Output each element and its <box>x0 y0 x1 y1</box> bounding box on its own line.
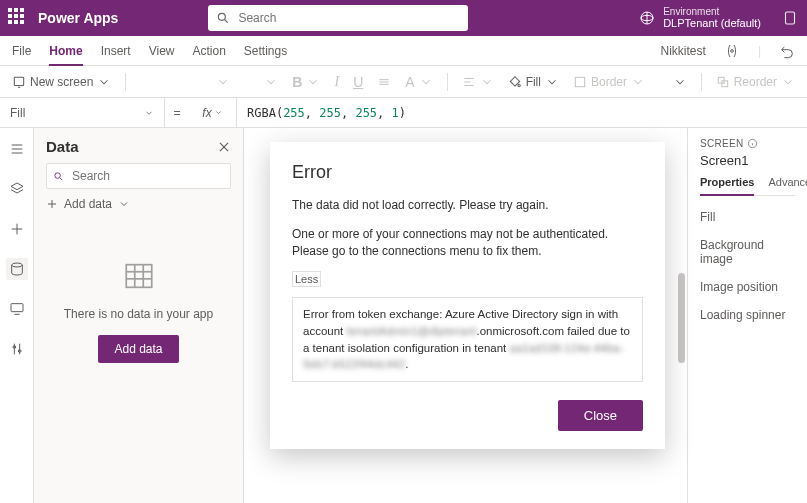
equals-sign: = <box>165 106 189 120</box>
ribbon: New screen B I U A Fill Border Reorder <box>0 66 807 98</box>
data-panel: Data Add data There is no data in your a… <box>34 128 244 503</box>
fill-icon <box>508 75 522 89</box>
prop-fill[interactable]: Fill <box>700 210 795 224</box>
dialog-message-1: The data did not load correctly. Please … <box>292 197 643 214</box>
menu-action[interactable]: Action <box>193 44 226 58</box>
new-screen-icon <box>12 75 26 89</box>
add-button[interactable] <box>6 218 28 240</box>
close-icon[interactable] <box>217 140 231 154</box>
screen-label: SCREEN <box>700 138 795 149</box>
reorder-button: Reorder <box>716 75 795 89</box>
italic-button: I <box>334 74 339 90</box>
svg-line-34 <box>60 177 62 179</box>
prop-image-pos[interactable]: Image position <box>700 280 795 294</box>
environment-icon <box>639 10 655 26</box>
svg-rect-17 <box>718 77 724 83</box>
menu-view[interactable]: View <box>149 44 175 58</box>
select-button[interactable] <box>673 75 687 89</box>
svg-rect-37 <box>126 265 152 288</box>
search-icon <box>53 170 64 183</box>
table-icon <box>122 259 156 293</box>
menu-insert[interactable]: Insert <box>101 44 131 58</box>
new-screen-button[interactable]: New screen <box>12 75 111 89</box>
layers-icon <box>9 181 25 197</box>
global-search[interactable] <box>208 5 468 31</box>
data-button[interactable] <box>6 258 28 280</box>
svg-rect-25 <box>11 304 23 312</box>
monitor-icon <box>9 301 25 317</box>
environment-picker[interactable]: Environment DLPTenant (default) <box>639 6 761 29</box>
error-detail-box[interactable]: Error from token exchange: Azure Active … <box>292 297 643 382</box>
dialog-title: Error <box>292 162 643 183</box>
add-data-button[interactable]: Add data <box>98 335 178 363</box>
environment-label: Environment <box>663 6 761 17</box>
data-empty-state: There is no data in your app Add data <box>46 219 231 493</box>
menu-bar: File Home Insert View Action Settings Ni… <box>0 36 807 66</box>
title-bar: Power Apps Environment DLPTenant (defaul… <box>0 0 807 36</box>
app-title: Power Apps <box>38 10 118 26</box>
prop-loading-spinner[interactable]: Loading spinner <box>700 308 795 322</box>
strike-button <box>377 75 391 89</box>
svg-point-0 <box>219 13 226 20</box>
font-select <box>140 75 230 89</box>
svg-line-1 <box>225 20 228 23</box>
screen-name[interactable]: Screen1 <box>700 153 795 168</box>
plus-icon <box>46 198 58 210</box>
svg-rect-18 <box>721 80 727 86</box>
error-dialog: Error The data did not load correctly. P… <box>270 142 665 449</box>
svg-rect-7 <box>14 77 23 85</box>
plus-icon <box>9 221 25 237</box>
data-search-input[interactable] <box>70 168 224 184</box>
font-color-button: A <box>405 74 432 90</box>
info-icon[interactable] <box>747 138 758 149</box>
username[interactable]: Nikkitest <box>661 44 706 58</box>
tab-properties[interactable]: Properties <box>700 176 754 196</box>
svg-point-33 <box>55 172 61 178</box>
global-search-input[interactable] <box>236 10 460 26</box>
data-search[interactable] <box>46 163 231 189</box>
less-toggle[interactable]: Less <box>292 271 321 287</box>
search-icon <box>216 11 230 25</box>
bold-button: B <box>292 74 320 90</box>
svg-point-6 <box>731 49 734 52</box>
font-size <box>244 75 278 89</box>
tools-button[interactable] <box>6 338 28 360</box>
app-checker-icon[interactable] <box>724 43 740 59</box>
tab-advanced[interactable]: Advanced <box>768 176 807 195</box>
border-button: Border <box>573 75 645 89</box>
prop-bg-image[interactable]: Background image <box>700 238 795 266</box>
tools-icon <box>9 341 25 357</box>
left-rail <box>0 128 34 503</box>
formula-input[interactable]: RGBA(255, 255, 255, 1) <box>237 106 416 120</box>
align-button <box>462 75 494 89</box>
menu-file[interactable]: File <box>12 44 31 58</box>
svg-point-24 <box>11 263 22 267</box>
notifications-icon[interactable] <box>781 9 799 27</box>
formula-bar: Fill = fx RGBA(255, 255, 255, 1) <box>0 98 807 128</box>
property-selector[interactable]: Fill <box>0 98 165 127</box>
data-panel-title: Data <box>46 138 79 155</box>
environment-name: DLPTenant (default) <box>663 17 761 29</box>
insert-button[interactable] <box>6 178 28 200</box>
properties-panel: SCREEN Screen1 Properties Advanced Fill … <box>687 128 807 503</box>
chevron-down-icon <box>118 198 130 210</box>
close-button[interactable]: Close <box>558 400 643 431</box>
tree-icon <box>9 141 25 157</box>
svg-rect-5 <box>786 12 795 24</box>
app-launcher-icon[interactable] <box>8 8 28 28</box>
chevron-down-icon <box>144 108 154 118</box>
add-data-dropdown[interactable]: Add data <box>46 197 231 211</box>
underline-button: U <box>353 74 363 90</box>
svg-rect-16 <box>575 77 584 86</box>
tree-view-button[interactable] <box>6 138 28 160</box>
empty-message: There is no data in your app <box>64 307 213 321</box>
fill-button[interactable]: Fill <box>508 75 559 89</box>
menu-home[interactable]: Home <box>49 44 82 66</box>
svg-point-15 <box>518 84 520 86</box>
menu-settings[interactable]: Settings <box>244 44 287 58</box>
media-button[interactable] <box>6 298 28 320</box>
chevron-down-icon <box>97 75 111 89</box>
fx-label[interactable]: fx <box>189 98 237 127</box>
canvas-scrollbar[interactable] <box>678 273 685 363</box>
undo-icon[interactable] <box>779 43 795 59</box>
